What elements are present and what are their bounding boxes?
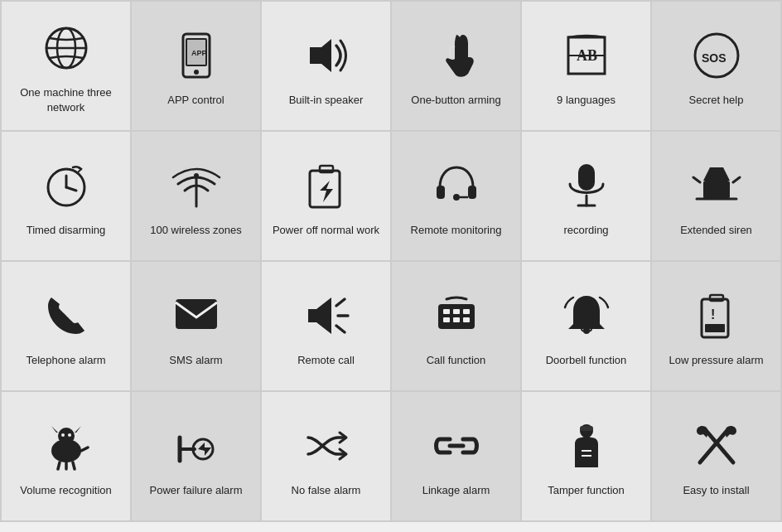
svg-line-52	[81, 447, 88, 451]
cell-wireless-zones: 100 wireless zones	[132, 132, 260, 260]
cell-no-false-alarm: No false alarm	[262, 392, 390, 520]
easy-install-label: Easy to install	[683, 483, 749, 498]
cell-secret-help: SOS Secret help	[652, 2, 780, 130]
power-off-label: Power off normal work	[273, 223, 379, 238]
clock-icon	[37, 157, 95, 215]
svg-point-54	[68, 433, 71, 437]
sms-icon	[167, 287, 225, 345]
nine-languages-label: 9 languages	[557, 93, 615, 108]
svg-rect-45	[705, 324, 725, 332]
one-button-label: One-button arming	[411, 93, 500, 108]
svg-rect-41	[463, 317, 470, 322]
globe-icon	[37, 19, 95, 77]
svg-rect-19	[320, 166, 333, 172]
doorbell-function-label: Doorbell function	[546, 353, 627, 368]
svg-rect-38	[463, 309, 470, 314]
tools-icon	[688, 417, 746, 475]
svg-line-49	[58, 462, 60, 469]
call-function-label: Call function	[427, 353, 486, 368]
speaker-icon	[297, 27, 355, 85]
builtin-speaker-label: Built-in speaker	[289, 93, 364, 108]
low-pressure-label: Low pressure alarm	[669, 353, 763, 368]
battery-low-icon: !	[688, 287, 746, 345]
feature-grid: One machine three network APP APP contro…	[0, 0, 782, 522]
finger-touch-icon	[427, 27, 485, 85]
cell-extended-siren: Extended siren	[652, 132, 780, 260]
worker-icon	[558, 417, 615, 475]
svg-point-7	[194, 70, 199, 75]
svg-rect-24	[578, 164, 595, 191]
siren-icon	[688, 157, 746, 215]
landline-icon	[427, 287, 485, 345]
cell-remote-call: Remote call	[262, 262, 390, 390]
cell-one-machine: One machine three network	[2, 2, 130, 130]
dog-icon	[37, 417, 95, 475]
volume-recognition-label: Volume recognition	[20, 483, 112, 498]
svg-text:APP: APP	[191, 49, 207, 57]
headset-icon	[427, 157, 485, 215]
svg-point-53	[61, 433, 65, 437]
no-false-alarm-label: No false alarm	[292, 483, 361, 498]
svg-rect-37	[453, 309, 460, 314]
chain-link-icon	[427, 417, 485, 475]
cell-builtin-speaker: Built-in speaker	[262, 2, 390, 130]
bell-ring-icon	[558, 287, 615, 345]
cell-easy-install: Easy to install	[652, 392, 780, 520]
cell-app-control: APP APP control	[132, 2, 260, 130]
linkage-alarm-label: Linkage alarm	[422, 483, 490, 498]
svg-point-22	[453, 194, 460, 201]
remote-call-label: Remote call	[297, 353, 355, 368]
svg-rect-27	[703, 181, 730, 199]
svg-rect-40	[453, 317, 460, 322]
one-machine-label: One machine three network	[8, 85, 123, 114]
telephone-icon	[37, 287, 95, 345]
svg-line-32	[336, 299, 345, 306]
book-icon: AB	[558, 27, 615, 85]
power-failure-label: Power failure alarm	[150, 483, 243, 498]
cell-one-button: One-button arming	[392, 2, 520, 130]
cell-doorbell-function: Doorbell function	[522, 262, 650, 390]
svg-rect-39	[443, 317, 450, 322]
telephone-alarm-label: Telephone alarm	[26, 353, 105, 368]
extended-siren-label: Extended siren	[680, 223, 752, 238]
recording-label: recording	[563, 223, 608, 238]
sos-icon: SOS	[688, 27, 746, 85]
cell-tamper-function: Tamper function	[522, 392, 650, 520]
svg-text:!: !	[711, 307, 715, 322]
svg-rect-31	[176, 299, 217, 329]
cell-call-function: Call function	[392, 262, 520, 390]
svg-line-15	[66, 187, 76, 191]
cell-remote-monitoring: Remote monitoring	[392, 132, 520, 260]
cell-telephone-alarm: Telephone alarm	[2, 262, 130, 390]
microphone-icon	[558, 157, 615, 215]
app-control-label: APP control	[167, 93, 224, 108]
svg-marker-8	[310, 39, 331, 72]
svg-rect-21	[468, 186, 476, 199]
svg-line-29	[693, 177, 700, 182]
svg-line-51	[73, 462, 75, 469]
svg-rect-35	[438, 304, 475, 329]
cell-volume-recognition: Volume recognition	[2, 392, 130, 520]
shuffle-icon	[297, 417, 355, 475]
svg-point-48	[58, 428, 75, 444]
tamper-function-label: Tamper function	[548, 483, 625, 498]
svg-rect-36	[443, 309, 450, 314]
cell-sms-alarm: SMS alarm	[132, 262, 260, 390]
wireless-zones-label: 100 wireless zones	[150, 223, 242, 238]
cell-power-failure: Power failure alarm	[132, 392, 260, 520]
wifi-antenna-icon	[167, 157, 225, 215]
svg-line-30	[733, 177, 740, 182]
cell-power-off: Power off normal work	[262, 132, 390, 260]
power-plug-icon	[167, 417, 225, 475]
cell-low-pressure: ! Low pressure alarm	[652, 262, 780, 390]
battery-charging-icon	[297, 157, 355, 215]
svg-line-34	[336, 326, 345, 332]
cell-linkage-alarm: Linkage alarm	[392, 392, 520, 520]
svg-text:SOS: SOS	[702, 51, 726, 65]
cell-nine-languages: AB 9 languages	[522, 2, 650, 130]
timed-disarming-label: Timed disarming	[27, 223, 106, 238]
secret-help-label: Secret help	[689, 93, 744, 108]
svg-rect-20	[437, 186, 445, 199]
svg-point-42	[583, 327, 590, 334]
megaphone-icon	[297, 287, 355, 345]
